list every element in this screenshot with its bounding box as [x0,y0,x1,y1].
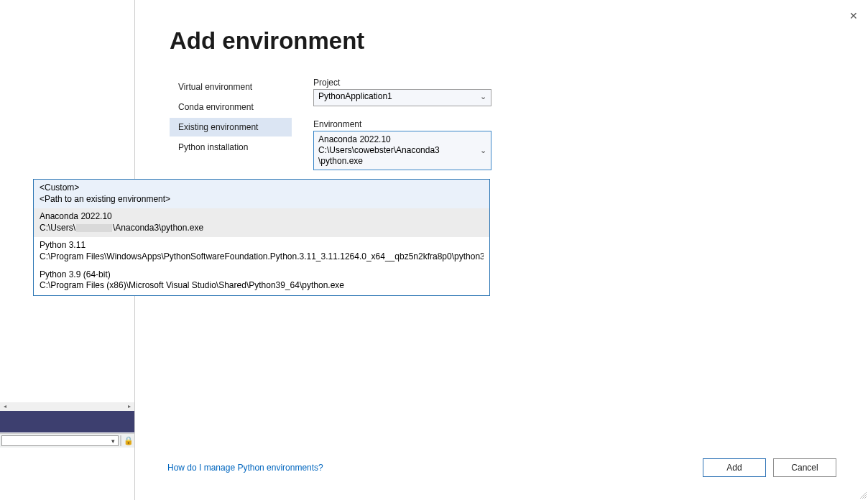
environment-label: Environment [313,119,491,129]
cancel-button[interactable]: Cancel [773,458,836,477]
dialog-title: Add environment [170,27,364,55]
dropdown-item-anaconda[interactable]: Anaconda 2022.10 C:\Users\\Anaconda3\pyt… [34,208,489,237]
project-label: Project [313,78,491,88]
project-select[interactable]: PythonApplication1 [313,89,491,106]
redacted-username [76,224,112,232]
close-icon: ✕ [849,10,858,22]
nav-virtual-environment[interactable]: Virtual environment [170,78,292,96]
background-dropdown[interactable] [1,435,119,446]
scroll-left-icon[interactable]: ◂ [0,402,10,411]
scroll-right-icon[interactable]: ▸ [124,402,134,411]
nav-python-installation[interactable]: Python installation [170,138,292,157]
dropdown-item-python311[interactable]: Python 3.11 C:\Program Files\WindowsApps… [34,237,489,266]
help-link[interactable]: How do I manage Python environments? [167,463,323,473]
nav-existing-environment[interactable]: Existing environment [170,118,292,136]
dropdown-item-python39[interactable]: Python 3.9 (64-bit) C:\Program Files (x8… [34,267,489,295]
environment-dropdown-list[interactable]: <Custom> <Path to an existing environmen… [33,179,490,296]
dropdown-item-custom[interactable]: <Custom> <Path to an existing environmen… [34,180,489,208]
background-toolbar [0,411,134,432]
add-button[interactable]: Add [703,458,766,477]
resize-grip-icon[interactable] [858,490,867,499]
environment-select[interactable]: Anaconda 2022.10 C:\Users\cowebster\Anac… [313,131,491,170]
lock-icon[interactable]: 🔒 [123,434,134,448]
env-type-nav: Virtual environment Conda environment Ex… [170,78,292,158]
nav-conda-environment[interactable]: Conda environment [170,98,292,116]
close-button[interactable]: ✕ [845,7,862,24]
